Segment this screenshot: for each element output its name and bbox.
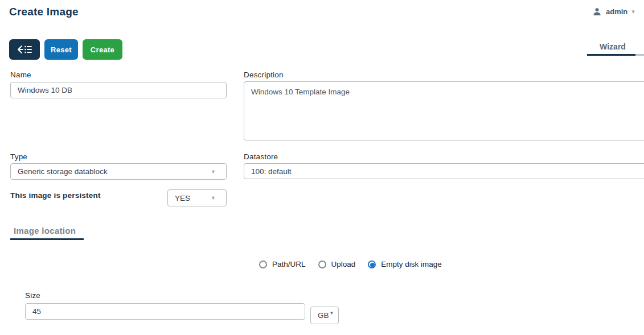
back-to-list-icon [17,45,32,54]
radio-icon [318,260,326,268]
user-name: admin [606,7,627,16]
radio-label: Upload [331,260,356,268]
description-label: Description [244,71,284,79]
radio-empty-disk-image[interactable]: Empty disk image [368,260,442,268]
datastore-select[interactable]: 100: default [244,163,644,179]
radio-upload[interactable]: Upload [318,260,356,268]
reset-button[interactable]: Reset [44,39,78,60]
chevron-down-icon: ▼ [211,195,216,201]
user-icon [592,7,602,16]
persistent-select-value: YES [175,194,190,202]
radio-label: Empty disk image [381,260,442,268]
chevron-down-icon: ▼ [211,169,216,175]
type-select-value: Generic storage datablock [18,167,108,176]
chevron-down-icon: ▼ [330,311,334,316]
datastore-select-value: 100: default [251,167,292,176]
size-label: Size [25,291,40,300]
back-to-list-button[interactable] [9,39,40,60]
size-input[interactable] [25,303,305,320]
image-location-heading: Image location [14,226,76,235]
radio-label: Path/URL [272,260,306,268]
page-title: Create Image [9,6,79,18]
tab-bar-divider [635,54,644,56]
persistent-label: This image is persistent [10,191,101,200]
datastore-label: Datastore [244,152,278,161]
tab-wizard[interactable]: Wizard [587,42,638,53]
chevron-down-icon: ▾ [631,9,635,15]
radio-checked-icon [368,260,376,268]
image-location-underline [10,238,84,240]
radio-path-url[interactable]: Path/URL [259,260,306,268]
tab-active-indicator [587,54,635,56]
image-location-options: Path/URL Upload Empty disk image [259,260,442,268]
size-unit-value: GB [318,311,329,320]
type-label: Type [10,152,27,161]
persistent-select[interactable]: YES ▼ [167,189,227,206]
type-select[interactable]: Generic storage datablock ▼ [10,163,227,180]
user-menu[interactable]: admin ▾ [592,7,635,16]
radio-icon [259,260,267,268]
create-button[interactable]: Create [83,39,122,60]
name-input[interactable] [10,82,227,98]
size-unit-select[interactable]: GB ▼ [310,307,339,324]
description-textarea[interactable]: Windows 10 Template Image [244,81,644,140]
name-label: Name [10,71,31,79]
create-image-page: Create Image admin ▾ Reset Create Wizard… [0,0,644,335]
